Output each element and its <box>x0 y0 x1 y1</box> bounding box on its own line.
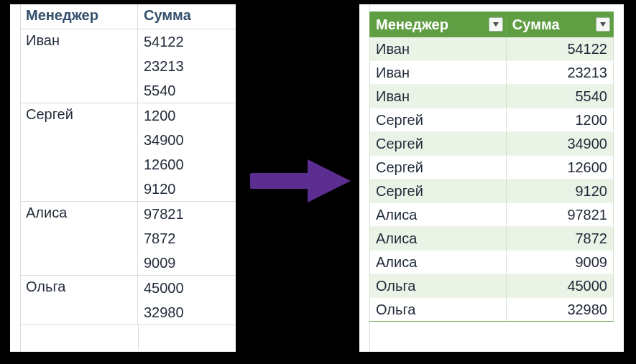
source-sum-cell[interactable]: 34900 <box>138 128 236 152</box>
transform-arrow <box>250 155 351 205</box>
result-sum-cell[interactable]: 23213 <box>506 61 613 85</box>
source-sum-cell[interactable]: 9009 <box>138 251 236 275</box>
source-manager-cell[interactable]: Алиса <box>20 202 138 275</box>
row-gutter <box>10 4 21 352</box>
result-header-sum[interactable]: Сумма <box>506 12 613 37</box>
table-row: Сергей9120 <box>370 179 614 203</box>
table-row: Иван23213 <box>370 61 614 85</box>
chevron-down-icon <box>600 22 606 27</box>
result-manager-cell[interactable]: Сергей <box>370 179 507 203</box>
result-manager-cell[interactable]: Сергей <box>370 132 507 156</box>
svg-marker-3 <box>600 22 606 27</box>
result-manager-cell[interactable]: Сергей <box>370 156 507 179</box>
table-row: Иван5540 <box>370 85 614 108</box>
chevron-down-icon <box>493 22 499 27</box>
source-manager-cell[interactable]: Сергей <box>20 103 138 201</box>
table-row: Ольга32980 <box>370 298 614 322</box>
source-header-row: Менеджер Сумма <box>20 4 236 29</box>
source-sum-cell[interactable]: 54122 <box>138 29 236 54</box>
table-row: Сергей12600 <box>370 156 614 179</box>
source-manager-cell[interactable]: Иван <box>20 29 138 103</box>
result-sum-cell[interactable]: 12600 <box>506 156 613 179</box>
result-table-panel: Менеджер Сумма Иван54122И <box>359 4 624 352</box>
svg-marker-1 <box>308 159 351 202</box>
result-sum-cell[interactable]: 9120 <box>506 179 613 203</box>
result-manager-cell[interactable]: Алиса <box>370 227 507 251</box>
source-header-manager[interactable]: Менеджер <box>20 4 138 29</box>
source-sum-cell[interactable]: 12600 <box>138 152 236 177</box>
result-sum-cell[interactable]: 7872 <box>506 227 613 251</box>
result-header-manager[interactable]: Менеджер <box>370 12 507 37</box>
result-table: Менеджер Сумма Иван54122И <box>369 11 614 322</box>
table-row: Иван54122 <box>370 37 614 61</box>
source-sum-cell[interactable]: 32980 <box>138 300 236 325</box>
source-manager-cell[interactable]: Ольга <box>20 276 138 325</box>
row-gutter <box>359 4 370 352</box>
source-group: Алиса9782178729009 <box>20 202 236 276</box>
result-sum-cell[interactable]: 34900 <box>506 132 613 156</box>
result-manager-cell[interactable]: Иван <box>370 37 507 61</box>
source-group: Сергей120034900126009120 <box>20 103 236 202</box>
result-sum-cell[interactable]: 9009 <box>506 251 613 274</box>
filter-dropdown-sum[interactable] <box>596 17 610 32</box>
source-sum-cell[interactable]: 7872 <box>138 226 236 251</box>
table-row: Сергей1200 <box>370 108 614 132</box>
source-sum-cell[interactable]: 97821 <box>138 202 236 226</box>
table-row: Ольга45000 <box>370 274 614 298</box>
result-manager-cell[interactable]: Ольга <box>370 274 507 298</box>
result-sum-cell[interactable]: 54122 <box>506 37 613 61</box>
source-range-panel: Менеджер Сумма Иван54122232135540Сергей1… <box>10 4 236 352</box>
source-sum-cell[interactable]: 9120 <box>138 177 236 201</box>
source-sum-cell[interactable]: 23213 <box>138 54 236 78</box>
result-sum-cell[interactable]: 32980 <box>506 298 613 322</box>
result-sum-cell[interactable]: 45000 <box>506 274 613 298</box>
result-manager-cell[interactable]: Алиса <box>370 203 507 227</box>
result-manager-cell[interactable]: Иван <box>370 61 507 85</box>
result-sum-cell[interactable]: 5540 <box>506 85 613 108</box>
result-manager-cell[interactable]: Ольга <box>370 298 507 322</box>
source-group: Ольга4500032980 <box>20 276 236 325</box>
result-header-sum-label: Сумма <box>512 17 560 32</box>
source-empty-row <box>20 325 236 350</box>
source-header-sum[interactable]: Сумма <box>138 4 236 29</box>
source-sum-cell[interactable]: 1200 <box>138 103 236 128</box>
source-sum-cell[interactable]: 5540 <box>138 78 236 103</box>
result-manager-cell[interactable]: Алиса <box>370 251 507 274</box>
source-group: Иван54122232135540 <box>20 29 236 103</box>
table-row: Алиса9009 <box>370 251 614 274</box>
table-row: Сергей34900 <box>370 132 614 156</box>
svg-rect-0 <box>250 173 313 189</box>
result-sum-cell[interactable]: 97821 <box>506 203 613 227</box>
result-manager-cell[interactable]: Сергей <box>370 108 507 132</box>
result-sum-cell[interactable]: 1200 <box>506 108 613 132</box>
filter-dropdown-manager[interactable] <box>489 17 503 32</box>
result-manager-cell[interactable]: Иван <box>370 85 507 108</box>
result-header-manager-label: Менеджер <box>376 17 448 32</box>
table-row: Алиса97821 <box>370 203 614 227</box>
source-sum-cell[interactable]: 45000 <box>138 276 236 300</box>
table-row: Алиса7872 <box>370 227 614 251</box>
svg-marker-2 <box>493 22 499 27</box>
